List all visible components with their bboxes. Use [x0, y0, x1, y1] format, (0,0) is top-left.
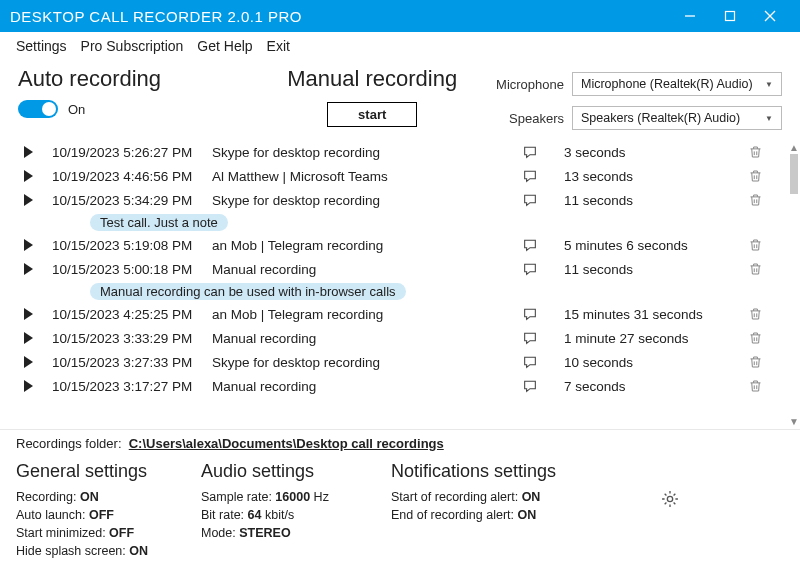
chevron-down-icon: ▼ — [765, 114, 773, 123]
delete-button[interactable] — [748, 261, 782, 277]
samplerate-value: 16000 — [275, 490, 310, 504]
svg-point-4 — [667, 496, 672, 501]
recording-timestamp: 10/15/2023 5:19:08 PM — [52, 238, 212, 253]
play-button[interactable] — [16, 194, 52, 206]
play-button[interactable] — [16, 308, 52, 320]
splash-label: Hide splash screen: — [16, 544, 126, 558]
bitrate-value: 64 — [248, 508, 262, 522]
delete-button[interactable] — [748, 237, 782, 253]
recording-source: Manual recording — [212, 262, 522, 277]
speakers-select[interactable]: Speakers (Realtek(R) Audio) ▼ — [572, 106, 782, 130]
scroll-thumb[interactable] — [790, 154, 798, 194]
recordings-folder-row: Recordings folder: C:\Users\alexa\Docume… — [0, 429, 800, 457]
recording-duration: 10 seconds — [564, 355, 748, 370]
delete-button[interactable] — [748, 330, 782, 346]
recording-timestamp: 10/15/2023 3:27:33 PM — [52, 355, 212, 370]
play-button[interactable] — [16, 263, 52, 275]
comment-button[interactable] — [522, 237, 564, 253]
scroll-up-icon[interactable]: ▲ — [788, 140, 800, 154]
recording-note: Test call. Just a note — [90, 214, 228, 231]
delete-button[interactable] — [748, 192, 782, 208]
menu-get-help[interactable]: Get Help — [197, 38, 252, 54]
minimize-button[interactable] — [670, 0, 710, 32]
recording-duration: 15 minutes 31 seconds — [564, 307, 748, 322]
comment-icon — [522, 261, 538, 277]
bitrate-unit: kbit/s — [265, 508, 294, 522]
trash-icon — [748, 330, 763, 346]
recording-timestamp: 10/15/2023 3:17:27 PM — [52, 379, 212, 394]
comment-button[interactable] — [522, 261, 564, 277]
auto-recording-toggle[interactable] — [18, 100, 58, 118]
auto-recording-state: On — [68, 102, 85, 117]
delete-button[interactable] — [748, 144, 782, 160]
recording-source: Manual recording — [212, 331, 522, 346]
manual-recording-heading: Manual recording — [287, 66, 457, 92]
play-icon — [24, 308, 33, 320]
comment-icon — [522, 192, 538, 208]
trash-icon — [748, 354, 763, 370]
recording-timestamp: 10/15/2023 4:25:25 PM — [52, 307, 212, 322]
comment-button[interactable] — [522, 144, 564, 160]
trash-icon — [748, 144, 763, 160]
maximize-button[interactable] — [710, 0, 750, 32]
recording-duration: 11 seconds — [564, 193, 748, 208]
play-icon — [24, 194, 33, 206]
auto-recording-heading: Auto recording — [18, 66, 260, 92]
close-button[interactable] — [750, 0, 790, 32]
comment-button[interactable] — [522, 168, 564, 184]
recordings-folder-link[interactable]: C:\Users\alexa\Documents\Desktop call re… — [129, 436, 444, 451]
recording-row: 10/15/2023 5:00:18 PMManual recording11 … — [0, 257, 786, 281]
startmin-value: OFF — [109, 526, 134, 540]
recording-source: Skype for desktop recording — [212, 145, 522, 160]
splash-value: ON — [129, 544, 148, 558]
menu-pro-subscription[interactable]: Pro Subscription — [81, 38, 184, 54]
recording-row: 10/15/2023 3:33:29 PMManual recording1 m… — [0, 326, 786, 350]
comment-button[interactable] — [522, 378, 564, 394]
scroll-down-icon[interactable]: ▼ — [788, 415, 800, 429]
play-button[interactable] — [16, 380, 52, 392]
audio-settings-panel: Audio settings Sample rate: 16000 Hz Bit… — [201, 461, 361, 561]
mode-value: STEREO — [239, 526, 290, 540]
comment-button[interactable] — [522, 306, 564, 322]
microphone-select[interactable]: Microphone (Realtek(R) Audio) ▼ — [572, 72, 782, 96]
recording-source: Al Matthew | Microsoft Teams — [212, 169, 522, 184]
mode-label: Mode: — [201, 526, 236, 540]
play-button[interactable] — [16, 356, 52, 368]
scrollbar[interactable]: ▲ ▼ — [788, 140, 800, 429]
recording-duration: 3 seconds — [564, 145, 748, 160]
menu-settings[interactable]: Settings — [16, 38, 67, 54]
svg-rect-1 — [726, 12, 735, 21]
trash-icon — [748, 237, 763, 253]
trash-icon — [748, 378, 763, 394]
delete-button[interactable] — [748, 378, 782, 394]
recording-row: 10/15/2023 4:25:25 PMan Mob | Telegram r… — [0, 302, 786, 326]
comment-icon — [522, 330, 538, 346]
play-button[interactable] — [16, 170, 52, 182]
comment-button[interactable] — [522, 330, 564, 346]
samplerate-unit: Hz — [314, 490, 329, 504]
menu-exit[interactable]: Exit — [267, 38, 290, 54]
delete-button[interactable] — [748, 168, 782, 184]
bitrate-label: Bit rate: — [201, 508, 244, 522]
comment-button[interactable] — [522, 354, 564, 370]
delete-button[interactable] — [748, 354, 782, 370]
speakers-value: Speakers (Realtek(R) Audio) — [581, 111, 740, 125]
comment-button[interactable] — [522, 192, 564, 208]
play-button[interactable] — [16, 239, 52, 251]
window-controls — [670, 0, 790, 32]
play-icon — [24, 239, 33, 251]
trash-icon — [748, 306, 763, 322]
play-icon — [24, 263, 33, 275]
start-button[interactable]: start — [327, 102, 417, 127]
play-button[interactable] — [16, 146, 52, 158]
trash-icon — [748, 261, 763, 277]
settings-gear-button[interactable] — [660, 489, 680, 509]
play-button[interactable] — [16, 332, 52, 344]
delete-button[interactable] — [748, 306, 782, 322]
samplerate-label: Sample rate: — [201, 490, 272, 504]
chevron-down-icon: ▼ — [765, 80, 773, 89]
recording-source: Manual recording — [212, 379, 522, 394]
recording-label: Recording: — [16, 490, 76, 504]
comment-icon — [522, 237, 538, 253]
play-icon — [24, 146, 33, 158]
